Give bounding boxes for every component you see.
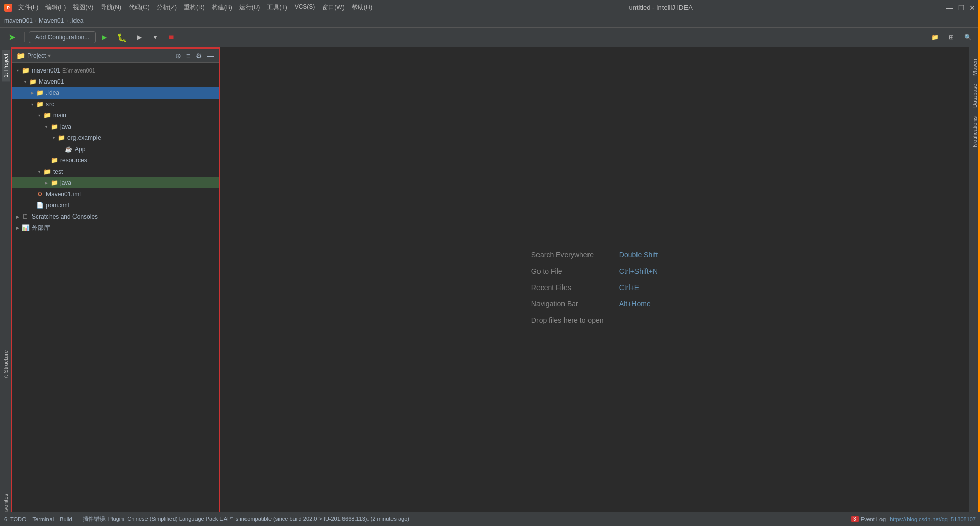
statusbar: 6: TODO Terminal Build 插件错误: Plugin "Chi…: [0, 512, 980, 526]
breadcrumb-item-maven01[interactable]: Maven01: [39, 17, 64, 25]
project-dropdown-arrow[interactable]: ▾: [48, 53, 51, 58]
folder-icon-src: 📁: [36, 100, 44, 108]
tree-item-external-libs[interactable]: ▶ 📊 外部库: [12, 222, 219, 233]
breadcrumb-item-maven001[interactable]: maven001: [4, 17, 33, 25]
titlebar-left: P 文件(F) 编辑(E) 视图(V) 导航(N) 代码(C) 分析(Z) 重构…: [4, 2, 375, 13]
tree-label-maven01-iml: Maven01.iml: [46, 190, 81, 198]
run-dropdown[interactable]: ▼: [148, 32, 162, 43]
tree-label-java-test: java: [60, 179, 71, 186]
tree-item-src[interactable]: ▾ 📁 src: [12, 99, 219, 110]
menu-window[interactable]: 窗口(W): [319, 2, 347, 13]
tree-item-idea[interactable]: ▶ 📁 .idea: [12, 87, 219, 99]
tree-item-java-main[interactable]: ▾ 📁 java: [12, 121, 219, 132]
breadcrumb-item-idea[interactable]: .idea: [70, 17, 83, 25]
tree-item-app[interactable]: ▶ ☕ App: [12, 144, 219, 155]
welcome-shortcut-goto: Ctrl+Shift+N: [619, 267, 658, 275]
menu-help[interactable]: 帮助(H): [349, 2, 376, 13]
stop-button[interactable]: ⏹: [164, 32, 179, 43]
todo-tab[interactable]: 6: TODO: [4, 516, 27, 522]
tree-item-resources[interactable]: ▶ 📁 resources: [12, 155, 219, 166]
welcome-panel: Search Everywhere Double Shift Go to Fil…: [521, 241, 668, 334]
show-options-button[interactable]: ≡: [185, 51, 191, 61]
expand-arrow-java-main: ▾: [43, 125, 50, 129]
maximize-button[interactable]: ❐: [958, 4, 965, 11]
menu-navigate[interactable]: 导航(N): [97, 2, 125, 13]
folder-icon-maven01: 📁: [29, 78, 37, 86]
menu-run[interactable]: 运行(U): [236, 2, 263, 13]
coverage-button[interactable]: ▶: [133, 32, 146, 43]
run-button[interactable]: ▶: [98, 32, 111, 43]
tree-label-maven001: maven001: [32, 67, 60, 74]
menu-vcs[interactable]: VCS(S): [291, 2, 318, 13]
project-panel-header: 📁 Project ▾ ⊕ ≡ ⚙ —: [12, 49, 219, 63]
menu-view[interactable]: 视图(V): [70, 2, 96, 13]
welcome-row-recent: Recent Files Ctrl+E: [531, 283, 658, 292]
editor-area: Search Everywhere Double Shift Go to Fil…: [220, 47, 969, 526]
debug-button[interactable]: 🐛: [113, 31, 131, 44]
welcome-text-drop: Drop files here to open: [531, 316, 604, 324]
minimize-button[interactable]: —: [946, 4, 953, 11]
toolbar-folder-icon[interactable]: 📁: [927, 32, 943, 43]
welcome-label-nav: Navigation Bar: [531, 300, 613, 308]
settings-button[interactable]: ⚙: [194, 51, 203, 61]
build-tab[interactable]: Build: [60, 516, 72, 522]
tree-item-test[interactable]: ▾ 📁 test: [12, 166, 219, 177]
tree-item-java-test[interactable]: ▶ 📁 java: [12, 177, 219, 188]
event-log-label: Event Log: [861, 516, 886, 522]
statusbar-url[interactable]: https://blog.csdn.net/qq_51808107: [890, 516, 976, 522]
menu-tools[interactable]: 工具(T): [264, 2, 290, 13]
menu-analyze[interactable]: 分析(Z): [154, 2, 180, 13]
folder-icon-external-libs: 📊: [21, 224, 30, 232]
toolbar-separator1: [24, 32, 24, 42]
tree-label-test: test: [53, 168, 63, 175]
menu-build[interactable]: 构建(B): [209, 2, 235, 13]
project-panel-toolbar: ⊕ ≡ ⚙ —: [174, 51, 215, 61]
menu-file[interactable]: 文件(F): [15, 2, 41, 13]
toolbar-separator2: [183, 32, 183, 42]
tree-label-java-main: java: [60, 123, 71, 130]
collapse-all-button[interactable]: ⊕: [174, 51, 182, 61]
tree-label-src: src: [46, 101, 54, 108]
tree-item-pom-xml[interactable]: ▶ 📄 pom.xml: [12, 200, 219, 211]
welcome-row-goto: Go to File Ctrl+Shift+N: [531, 267, 658, 275]
toolbar-search-icon[interactable]: 🔍: [960, 32, 976, 43]
folder-icon-maven001: 📁: [21, 66, 30, 75]
left-side-tabs: 1: Project 7: Structure 2: Favorites: [0, 47, 11, 526]
close-button[interactable]: ✕: [969, 4, 976, 11]
expand-arrow-idea: ▶: [29, 91, 36, 95]
tree-label-resources: resources: [60, 157, 87, 164]
toolbar-right: 📁 ⊞ 🔍: [927, 32, 976, 43]
sidebar-item-project[interactable]: 1: Project: [2, 50, 10, 81]
menu-refactor[interactable]: 重构(R): [181, 2, 208, 13]
tree-label-pom-xml: pom.xml: [46, 202, 69, 209]
toolbar-layout-icon[interactable]: ⊞: [945, 32, 958, 43]
event-log-button[interactable]: 3 Event Log: [851, 516, 886, 522]
titlebar: P 文件(F) 编辑(E) 视图(V) 导航(N) 代码(C) 分析(Z) 重构…: [0, 0, 980, 15]
terminal-tab[interactable]: Terminal: [33, 516, 54, 522]
hide-panel-button[interactable]: —: [206, 51, 215, 61]
tree-item-main[interactable]: ▾ 📁 main: [12, 110, 219, 121]
tree-item-maven01-iml[interactable]: ▶ ⚙ Maven01.iml: [12, 188, 219, 200]
tree-item-scratches[interactable]: ▶ 🗒 Scratches and Consoles: [12, 211, 219, 222]
project-folder-icon: 📁: [16, 52, 25, 60]
expand-arrow-main: ▾: [36, 113, 43, 118]
tree-item-maven01[interactable]: ▾ 📁 Maven01: [12, 76, 219, 87]
class-icon-app: ☕: [64, 145, 72, 153]
status-message: 插件错误: Plugin "Chinese (Simplified) Langu…: [83, 515, 409, 523]
project-panel-title: 📁 Project ▾: [16, 52, 51, 60]
tree-item-org-example[interactable]: ▾ 📁 org.example: [12, 132, 219, 144]
file-icon-maven01-iml: ⚙: [36, 190, 44, 198]
expand-arrow-java-test: ▶: [43, 181, 50, 185]
menu-code[interactable]: 代码(C): [126, 2, 153, 13]
tree-item-maven001[interactable]: ▾ 📁 maven001 E:\maven001: [12, 65, 219, 76]
menu-edit[interactable]: 编辑(E): [42, 2, 69, 13]
add-configuration-button[interactable]: Add Configuration...: [29, 31, 96, 43]
sidebar-item-structure[interactable]: 7: Structure: [2, 346, 10, 384]
folder-icon-test: 📁: [43, 168, 51, 176]
tree-label-main: main: [53, 112, 66, 119]
expand-arrow-scratches: ▶: [14, 214, 21, 219]
welcome-shortcut-nav: Alt+Home: [619, 300, 651, 308]
todo-label: 6: TODO: [4, 516, 27, 522]
expand-arrow-maven01: ▾: [21, 80, 29, 84]
toolbar-green-arrow[interactable]: ➤: [4, 30, 20, 45]
